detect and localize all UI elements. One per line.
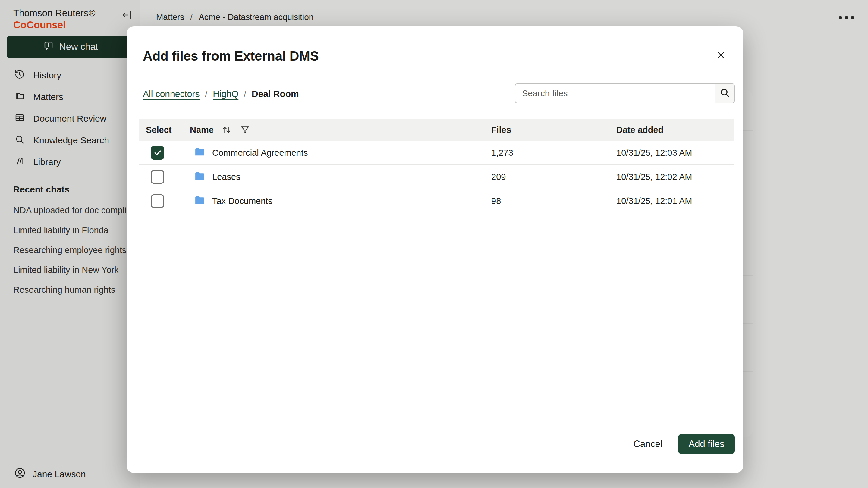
table-row[interactable]: Commercial Agreements 1,273 10/31/25, 12… (138, 141, 734, 165)
table-header: Select Name Files Date added (138, 119, 734, 141)
breadcrumb-highq-link[interactable]: HighQ (213, 89, 239, 99)
breadcrumb-current-folder: Deal Room (252, 89, 299, 99)
add-files-button[interactable]: Add files (678, 434, 735, 454)
files-count: 98 (491, 196, 616, 206)
folder-icon (193, 194, 207, 208)
column-header-date: Date added (616, 125, 734, 135)
search-input[interactable] (516, 84, 715, 103)
folder-icon (193, 170, 207, 184)
folder-name: Leases (212, 172, 241, 182)
breadcrumb-separator: / (244, 89, 246, 99)
search-files-field (515, 84, 735, 103)
files-count: 1,273 (491, 148, 616, 158)
table-row[interactable]: Tax Documents 98 10/31/25, 12:01 AM (138, 189, 734, 213)
modal-footer: Cancel Add files (127, 434, 735, 454)
folder-name: Commercial Agreements (212, 148, 308, 158)
date-added: 10/31/25, 12:01 AM (616, 196, 734, 206)
breadcrumb-separator: / (205, 89, 207, 99)
folder-name: Tax Documents (212, 196, 273, 206)
files-count: 209 (491, 172, 616, 182)
column-header-name: Name (190, 125, 214, 135)
search-button[interactable] (715, 84, 734, 103)
folders-table: Select Name Files Date added Commercial … (138, 119, 734, 213)
dms-breadcrumb: All connectors / HighQ / Deal Room (143, 87, 299, 101)
add-files-modal: Add files from External DMS All connecto… (127, 26, 743, 473)
modal-title: Add files from External DMS (143, 48, 319, 64)
search-icon (720, 88, 730, 99)
close-icon (716, 50, 726, 61)
folder-icon (193, 145, 207, 160)
column-header-files: Files (491, 125, 616, 135)
date-added: 10/31/25, 12:03 AM (616, 148, 734, 158)
column-header-select: Select (146, 125, 190, 135)
row-checkbox[interactable] (151, 194, 164, 208)
cancel-button[interactable]: Cancel (633, 438, 663, 450)
sort-button[interactable] (221, 124, 232, 135)
breadcrumb-all-connectors-link[interactable]: All connectors (143, 89, 199, 99)
filter-button[interactable] (240, 124, 250, 135)
row-checkbox[interactable] (151, 170, 164, 184)
table-row[interactable]: Leases 209 10/31/25, 12:02 AM (138, 165, 734, 189)
date-added: 10/31/25, 12:02 AM (616, 172, 734, 182)
row-checkbox[interactable] (151, 146, 164, 160)
close-button[interactable] (712, 47, 730, 64)
